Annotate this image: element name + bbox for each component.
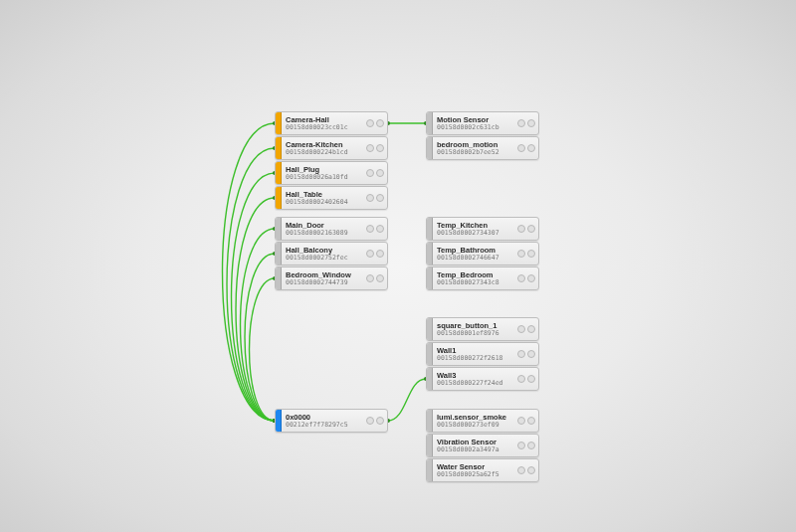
node-ports	[366, 187, 387, 209]
port-dot	[517, 274, 525, 282]
port-dot	[517, 350, 525, 358]
port-dot	[527, 466, 535, 474]
node-id: 00158d0002734307	[437, 230, 515, 237]
port-dot	[376, 417, 384, 425]
port-dot	[376, 225, 384, 233]
node-id: 00158d0002752fec	[286, 255, 364, 262]
device-node[interactable]: Main_Door00158d0002163089	[275, 217, 388, 241]
port-dot	[376, 194, 384, 202]
node-ports	[517, 112, 538, 134]
node-id: 00158d0002a3497a	[437, 446, 515, 453]
device-node[interactable]: Temp_Kitchen00158d0002734307	[426, 217, 539, 241]
port-dot	[527, 350, 535, 358]
node-name: Camera-Hall	[286, 116, 364, 124]
device-node[interactable]: Camera-Hall00158d00023cc01c	[275, 111, 388, 135]
port-dot	[366, 119, 374, 127]
node-id: 00158d0002c631cb	[437, 124, 515, 131]
port-dot	[376, 119, 384, 127]
node-ports	[517, 368, 538, 390]
node-name: Wall3	[437, 372, 515, 380]
device-node[interactable]: Temp_Bedroom00158d00027343c8	[426, 266, 539, 290]
node-name: Water Sensor	[437, 463, 515, 471]
node-ports	[366, 218, 387, 240]
port-dot	[527, 119, 535, 127]
node-id: 00158d000273ef09	[437, 422, 515, 429]
node-name: Motion Sensor	[437, 116, 515, 124]
connection-lines-layer	[0, 0, 796, 532]
port-dot	[376, 144, 384, 152]
device-node[interactable]: Hall_Plug00158d00026a10fd	[275, 161, 388, 185]
node-id: 00212ef7f78297c5	[286, 422, 364, 429]
port-dot	[527, 417, 535, 425]
device-node[interactable]: Motion Sensor00158d0002c631cb	[426, 111, 539, 135]
port-dot	[376, 274, 384, 282]
device-node[interactable]: Hall_Balcony00158d0002752fec	[275, 242, 388, 266]
device-node[interactable]: Water Sensor00158d00025a62f5	[426, 458, 539, 482]
node-id: 00158d0002744739	[286, 279, 364, 286]
node-name: Hall_Balcony	[286, 247, 364, 255]
port-dot	[527, 144, 535, 152]
node-labels: bedroom_motion00158d0002b7ee52	[433, 137, 517, 159]
port-dot	[527, 250, 535, 258]
node-name: Camera-Kitchen	[286, 141, 364, 149]
port-dot	[376, 250, 384, 258]
node-ports	[517, 318, 538, 340]
port-dot	[517, 375, 525, 383]
node-labels: square_button_100158d0001ef8976	[433, 318, 517, 340]
node-name: Vibration Sensor	[437, 439, 515, 446]
node-ports	[366, 243, 387, 265]
device-node[interactable]: Camera-Kitchen00158d000224b1cd	[275, 136, 388, 160]
node-name: Hall_Plug	[286, 166, 364, 174]
node-id: 00158d00027343c8	[437, 279, 515, 286]
port-dot	[517, 325, 525, 333]
node-name: 0x0000	[286, 414, 364, 422]
node-name: bedroom_motion	[437, 141, 515, 149]
port-dot	[366, 274, 374, 282]
node-labels: Water Sensor00158d00025a62f5	[433, 459, 517, 481]
node-id: 00158d000272f2618	[437, 355, 515, 362]
node-id: 00158d0002163089	[286, 230, 364, 237]
device-node[interactable]: lumi.sensor_smoke00158d000273ef09	[426, 409, 539, 433]
device-node[interactable]: Hall_Table00158d0002402604	[275, 186, 388, 210]
port-dot	[376, 169, 384, 177]
node-labels: Camera-Hall00158d00023cc01c	[282, 112, 366, 134]
device-node[interactable]: bedroom_motion00158d0002b7ee52	[426, 136, 539, 160]
node-labels: 0x000000212ef7f78297c5	[282, 410, 366, 432]
node-ports	[517, 343, 538, 365]
node-labels: Main_Door00158d0002163089	[282, 218, 366, 240]
node-labels: Hall_Balcony00158d0002752fec	[282, 243, 366, 265]
node-ports	[366, 267, 387, 289]
node-ports	[366, 137, 387, 159]
node-labels: Bedroom_Window00158d0002744739	[282, 267, 366, 289]
node-labels: Temp_Kitchen00158d0002734307	[433, 218, 517, 240]
node-labels: lumi.sensor_smoke00158d000273ef09	[433, 410, 517, 432]
node-ports	[517, 410, 538, 432]
port-dot	[366, 225, 374, 233]
device-node[interactable]: Vibration Sensor00158d0002a3497a	[426, 434, 539, 457]
node-labels: Temp_Bedroom00158d00027343c8	[433, 267, 517, 289]
node-id: 00158d00023cc01c	[286, 124, 364, 131]
port-dot	[527, 325, 535, 333]
node-ports	[366, 112, 387, 134]
device-node[interactable]: square_button_100158d0001ef8976	[426, 317, 539, 341]
node-ports	[517, 435, 538, 456]
network-diagram: 0x000000212ef7f78297c5Camera-Hall00158d0…	[0, 0, 796, 532]
device-node[interactable]: Wall300158d000227f24ed	[426, 367, 539, 391]
device-node[interactable]: 0x000000212ef7f78297c5	[275, 409, 388, 433]
port-dot	[366, 144, 374, 152]
node-id: 00158d00025a62f5	[437, 471, 515, 478]
node-name: Temp_Kitchen	[437, 222, 515, 230]
node-name: Temp_Bedroom	[437, 271, 515, 279]
port-dot	[366, 417, 374, 425]
node-ports	[366, 162, 387, 184]
node-id: 00158d00026a10fd	[286, 174, 364, 181]
node-labels: Hall_Plug00158d00026a10fd	[282, 162, 366, 184]
port-dot	[517, 417, 525, 425]
device-node[interactable]: Temp_Bathroom00158d0002746647	[426, 242, 539, 266]
port-dot	[517, 442, 525, 449]
node-ports	[517, 218, 538, 240]
node-name: lumi.sensor_smoke	[437, 414, 515, 422]
node-labels: Camera-Kitchen00158d000224b1cd	[282, 137, 366, 159]
device-node[interactable]: Wall100158d000272f2618	[426, 342, 539, 366]
device-node[interactable]: Bedroom_Window00158d0002744739	[275, 266, 388, 290]
